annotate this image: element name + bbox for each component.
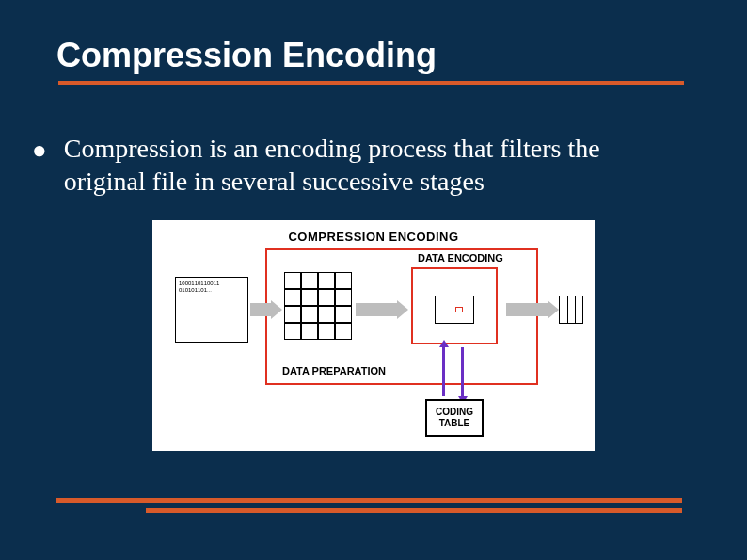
footer-decoration <box>56 498 691 513</box>
coding-table-line2: TABLE <box>439 418 470 429</box>
grid-cell <box>335 323 352 340</box>
encoder-box <box>435 296 474 324</box>
bullet-text: Compression is an encoding process that … <box>64 132 666 198</box>
grid-cell <box>318 289 335 306</box>
compression-diagram: COMPRESSION ENCODING DATA ENCODING 10001… <box>152 220 595 451</box>
grid-cell <box>301 289 318 306</box>
grid-cell <box>301 323 318 340</box>
arrow-grid-to-encoder <box>356 303 397 316</box>
bullet-marker: ● <box>32 136 47 165</box>
grid-cell <box>318 306 335 323</box>
data-preparation-label: DATA PREPARATION <box>282 365 386 376</box>
slide-title: Compression Encoding <box>56 36 691 75</box>
data-encoding-label: DATA ENCODING <box>418 252 503 264</box>
grid-cell <box>335 289 352 306</box>
grid-cell <box>318 272 335 289</box>
grid-cell <box>335 272 352 289</box>
title-underline <box>58 81 684 85</box>
input-bits-line1: 1000110110011 <box>179 280 219 286</box>
output-box <box>559 296 583 324</box>
diagram-title: COMPRESSION ENCODING <box>288 230 458 244</box>
arrow-input-to-grid <box>250 303 271 316</box>
grid-cell <box>318 323 335 340</box>
coding-table-arrow-up <box>442 347 445 396</box>
slide: Compression Encoding ● Compression is an… <box>0 0 747 560</box>
coding-table-arrow-down <box>461 347 464 396</box>
coding-table-line1: CODING <box>436 407 473 418</box>
grid-cell <box>301 306 318 323</box>
grid-cell <box>284 289 301 306</box>
bullet-item: ● Compression is an encoding process tha… <box>32 132 691 198</box>
grid-cell <box>335 306 352 323</box>
coding-table-box: CODING TABLE <box>425 399 484 437</box>
grid-cell <box>301 272 318 289</box>
footer-bar-2 <box>146 508 682 513</box>
diagram-container: COMPRESSION ENCODING DATA ENCODING 10001… <box>56 220 691 451</box>
input-bits-text: 1000110110011 010101101... <box>179 280 219 294</box>
encoder-symbol <box>455 307 463 312</box>
arrow-encoder-to-output <box>506 303 548 316</box>
footer-bar-1 <box>56 498 682 503</box>
grid-cell <box>284 323 301 340</box>
input-bits-line2: 010101101... <box>179 287 212 293</box>
grid-cell <box>284 306 301 323</box>
grid-cell <box>284 272 301 289</box>
data-preparation-grid <box>284 272 352 340</box>
